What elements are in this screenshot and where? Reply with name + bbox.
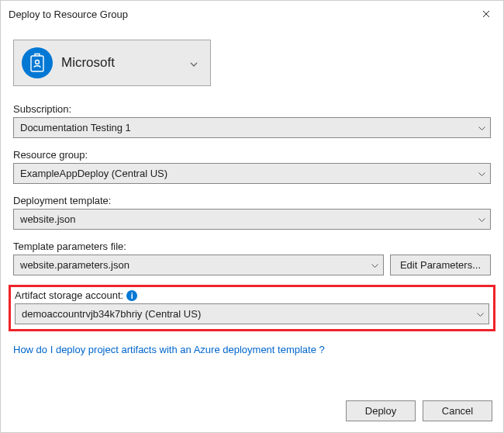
chevron-down-icon (478, 215, 485, 223)
badge-icon (29, 53, 46, 73)
dialog-footer: Deploy Cancel (1, 391, 503, 432)
svg-point-1 (36, 61, 40, 64)
subscription-value: Documentation Testing 1 (20, 122, 131, 133)
account-avatar (22, 47, 53, 78)
edit-parameters-button[interactable]: Edit Parameters... (390, 255, 491, 275)
dialog-content: Microsoft Subscription: Documentation Te… (1, 27, 503, 391)
info-icon[interactable]: i (126, 290, 137, 301)
cancel-button[interactable]: Cancel (423, 400, 492, 421)
help-link[interactable]: How do I deploy project artifacts with a… (13, 344, 491, 355)
subscription-dropdown[interactable]: Documentation Testing 1 (13, 117, 491, 138)
chevron-down-icon (478, 169, 485, 178)
deployment-template-dropdown[interactable]: website.json (13, 209, 491, 230)
chevron-down-icon (185, 56, 202, 70)
artifact-storage-value: demoaccountrvjb34k7bhriy (Central US) (22, 308, 201, 320)
dialog-window: Deploy to Resource Group Microsoft Subsc… (0, 0, 504, 433)
chevron-down-icon (371, 261, 378, 269)
deploy-button[interactable]: Deploy (346, 400, 416, 421)
window-title: Deploy to Resource Group (9, 9, 128, 20)
artifact-storage-dropdown[interactable]: demoaccountrvjb34k7bhriy (Central US) (15, 303, 489, 324)
chevron-down-icon (477, 310, 484, 318)
params-row: website.parameters.json Edit Parameters.… (13, 255, 491, 275)
resource-group-label: Resource group: (13, 149, 491, 161)
params-file-value: website.parameters.json (20, 259, 129, 271)
account-selector[interactable]: Microsoft (13, 40, 211, 86)
params-file-dropdown[interactable]: website.parameters.json (13, 255, 384, 275)
deployment-template-value: website.json (20, 213, 76, 225)
close-button[interactable] (469, 2, 503, 26)
artifact-label: Artifact storage account: (15, 289, 123, 301)
artifact-highlight: Artifact storage account: i demoaccountr… (9, 285, 495, 331)
account-name: Microsoft (61, 55, 177, 71)
close-icon (482, 10, 490, 18)
subscription-label: Subscription: (13, 103, 491, 115)
resource-group-dropdown[interactable]: ExampleAppDeploy (Central US) (13, 163, 491, 184)
params-file-label: Template parameters file: (13, 241, 491, 252)
chevron-down-icon (478, 123, 485, 132)
deployment-template-label: Deployment template: (13, 195, 491, 206)
resource-group-value: ExampleAppDeploy (Central US) (20, 168, 167, 179)
artifact-label-row: Artifact storage account: i (15, 289, 489, 301)
titlebar: Deploy to Resource Group (1, 1, 503, 27)
